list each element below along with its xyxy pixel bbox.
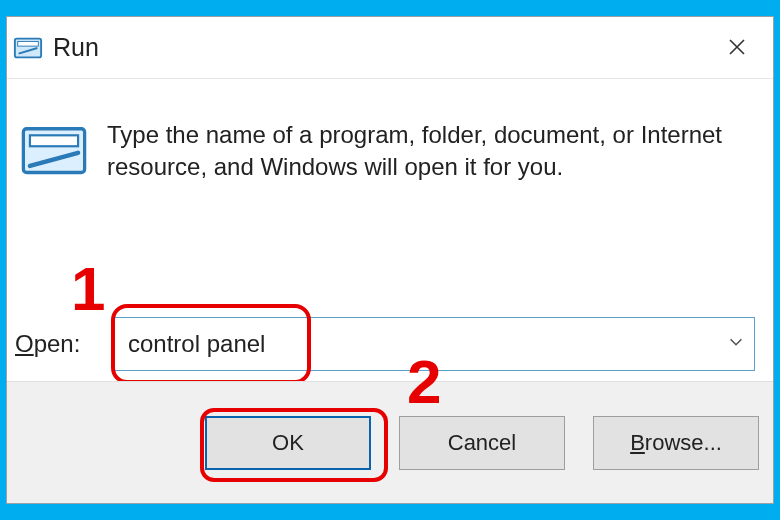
close-icon (727, 37, 747, 60)
run-large-icon (19, 119, 89, 183)
close-button[interactable] (701, 17, 773, 79)
description-text: Type the name of a program, folder, docu… (107, 119, 743, 184)
svg-rect-1 (18, 41, 39, 46)
description-row: Type the name of a program, folder, docu… (19, 119, 743, 184)
dialog-content: Type the name of a program, folder, docu… (7, 79, 773, 381)
browse-button[interactable]: Browse... (593, 416, 759, 470)
svg-rect-3 (30, 136, 78, 147)
annotation-step-1: 1 (71, 253, 105, 324)
open-combobox[interactable] (113, 317, 755, 371)
ok-button[interactable]: OK (205, 416, 371, 470)
window-title: Run (53, 33, 99, 62)
button-bar: OK Cancel Browse... 2 (7, 381, 773, 503)
run-dialog: Run Type the name of a program, folder, … (6, 16, 774, 504)
open-input[interactable] (113, 317, 755, 371)
cancel-button[interactable]: Cancel (399, 416, 565, 470)
titlebar: Run (7, 17, 773, 79)
open-label: Open: (15, 330, 113, 358)
run-icon (13, 33, 43, 63)
open-row: Open: (15, 317, 755, 371)
